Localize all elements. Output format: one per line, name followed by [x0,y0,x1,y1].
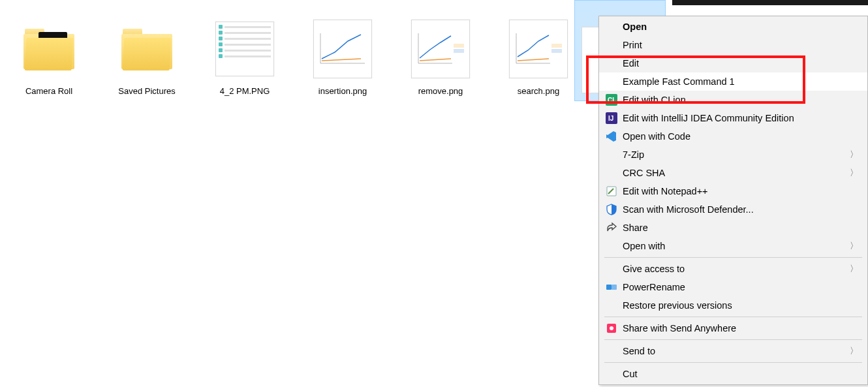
image-thumbnail-icon [411,20,470,78]
chevron-right-icon: 〉 [850,149,858,161]
svg-rect-4 [454,44,464,48]
image-thumbnail-icon [509,20,568,78]
share-icon [603,222,620,234]
file-item[interactable]: remove.png [405,20,476,96]
menu-item-share[interactable]: Share [599,219,867,237]
svg-rect-10 [551,49,562,53]
menu-separator [604,339,862,340]
menu-item-print[interactable]: Print [599,36,867,54]
svg-rect-5 [454,49,464,53]
defender-shield-icon [603,204,620,215]
menu-item-restore-versions[interactable]: Restore previous versions [599,296,867,315]
menu-item-7zip[interactable]: 7-Zip〉 [599,146,867,164]
menu-item-example-fast-command[interactable]: Example Fast Command 1 [599,72,867,91]
file-label: Camera Roll [25,86,72,96]
file-label: remove.png [418,86,463,96]
folder-icon [20,20,78,78]
file-label: search.png [518,86,559,96]
intellij-icon: IJ [603,112,620,124]
menu-item-open-with[interactable]: Open with〉 [599,237,867,255]
file-label: 4_2 PM.PNG [220,86,270,96]
svg-rect-9 [551,44,562,48]
svg-rect-0 [317,29,369,69]
powerrename-icon [603,281,620,293]
menu-item-crc-sha[interactable]: CRC SHA〉 [599,164,867,182]
send-anywhere-icon [603,322,620,334]
svg-rect-19 [612,285,617,290]
file-item[interactable]: Saved Pictures [111,20,183,96]
file-item[interactable]: insertion.png [307,20,379,96]
menu-separator [604,257,862,258]
clion-icon: CL [603,94,620,106]
vscode-icon [603,131,620,142]
image-thumbnail-icon [313,20,372,78]
notepadpp-icon [603,185,620,197]
chevron-right-icon: 〉 [850,263,858,275]
explorer-pane: Camera Roll Saved Pictures 4_2 PM.PNG [0,0,868,387]
menu-item-open[interactable]: Open [599,18,867,36]
top-dark-strip [672,0,868,5]
file-label: insertion.png [318,86,367,96]
svg-text:CL: CL [608,97,616,104]
menu-item-scan-defender[interactable]: Scan with Microsoft Defender... [599,200,867,219]
folder-icon [117,20,176,78]
menu-item-edit-with-clion[interactable]: CL Edit with CLion [599,91,867,109]
chevron-right-icon: 〉 [850,167,858,179]
menu-item-give-access-to[interactable]: Give access to〉 [599,260,867,278]
context-menu: Open Print Edit Example Fast Command 1 C… [598,16,868,385]
chevron-right-icon: 〉 [850,345,858,357]
svg-rect-18 [606,285,612,290]
file-item[interactable]: Camera Roll [13,20,85,96]
file-label: Saved Pictures [118,86,175,96]
menu-item-cut[interactable]: Cut [599,365,867,383]
chevron-right-icon: 〉 [850,240,858,252]
menu-item-send-anywhere[interactable]: Share with Send Anywhere [599,319,867,337]
file-item[interactable]: search.png [503,20,574,96]
menu-item-open-with-code[interactable]: Open with Code [599,127,867,146]
menu-separator [604,362,862,363]
file-item[interactable]: 4_2 PM.PNG [209,20,281,96]
menu-separator [604,317,862,317]
menu-item-edit-with-notepadpp[interactable]: Edit with Notepad++ [599,182,867,200]
file-grid: Camera Roll Saved Pictures 4_2 PM.PNG [13,20,574,96]
menu-item-send-to[interactable]: Send to〉 [599,342,867,360]
svg-text:IJ: IJ [608,115,613,122]
image-thumbnail-icon [215,20,274,78]
menu-item-powerrename[interactable]: PowerRename [599,278,867,296]
svg-point-21 [610,326,613,330]
menu-item-edit-with-intellij[interactable]: IJ Edit with IntelliJ IDEA Community Edi… [599,109,867,127]
menu-item-edit[interactable]: Edit [599,54,867,72]
